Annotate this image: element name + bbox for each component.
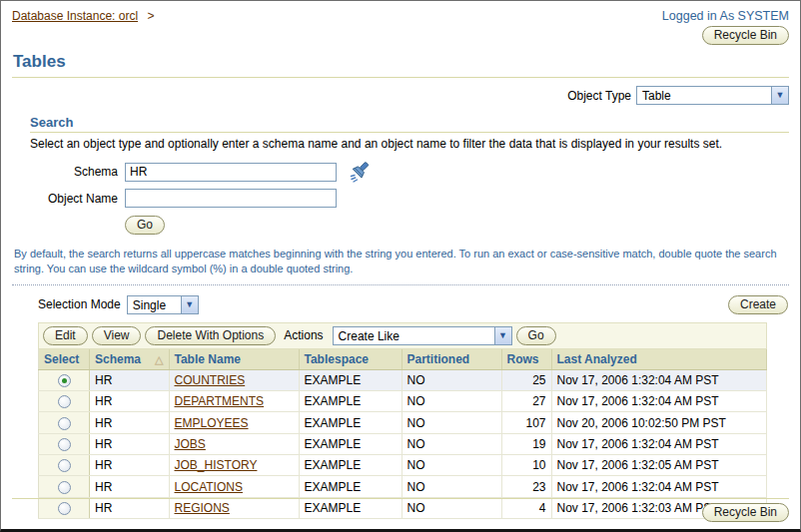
table-row: HRJOBSEXAMPLENO19Nov 17, 2006 1:32:04 AM… bbox=[39, 433, 767, 454]
footer-rule bbox=[12, 498, 789, 499]
table-name-link[interactable]: LOCATIONS bbox=[175, 480, 243, 494]
header-last-analyzed[interactable]: Last Analyzed bbox=[551, 349, 767, 370]
row-select-radio[interactable] bbox=[58, 395, 71, 408]
rows-cell: 23 bbox=[501, 476, 551, 497]
recycle-bin-button-bottom[interactable]: Recycle Bin bbox=[702, 503, 789, 522]
table-name-link[interactable]: COUNTRIES bbox=[175, 373, 246, 387]
actions-go-button[interactable]: Go bbox=[516, 326, 556, 345]
partitioned-cell: NO bbox=[401, 455, 501, 476]
header-rows[interactable]: Rows bbox=[501, 349, 551, 370]
rows-cell: 19 bbox=[501, 433, 551, 454]
breadcrumb: Database Instance: orcl > bbox=[12, 9, 154, 23]
selection-mode-label: Selection Mode bbox=[38, 297, 121, 311]
row-select-radio[interactable] bbox=[58, 481, 71, 494]
title-rule bbox=[12, 77, 789, 78]
edit-button[interactable]: Edit bbox=[43, 326, 88, 345]
schema-cell: HR bbox=[90, 433, 170, 454]
footer: Recycle Bin bbox=[12, 498, 789, 522]
tablespace-cell: EXAMPLE bbox=[299, 369, 401, 390]
last-analyzed-cell: Nov 17, 2006 1:32:05 AM PST bbox=[551, 455, 767, 476]
object-type-row: Object Type Table ▼ bbox=[12, 86, 789, 105]
schema-label: Schema bbox=[30, 165, 118, 179]
header-select: Select bbox=[39, 349, 90, 370]
header-table-name[interactable]: Table Name bbox=[169, 349, 299, 370]
object-type-value: Table bbox=[637, 87, 771, 104]
last-analyzed-cell: Nov 17, 2006 1:32:04 AM PST bbox=[551, 391, 767, 412]
schema-cell: HR bbox=[90, 476, 170, 497]
rows-cell: 10 bbox=[501, 455, 551, 476]
partitioned-cell: NO bbox=[401, 391, 501, 412]
table-name-link[interactable]: DEPARTMENTS bbox=[175, 394, 265, 408]
object-type-label: Object Type bbox=[567, 89, 631, 103]
row-select-radio[interactable] bbox=[58, 459, 71, 472]
chevron-down-icon: ▼ bbox=[771, 87, 788, 104]
header-tablespace[interactable]: Tablespace bbox=[299, 349, 401, 370]
create-button[interactable]: Create bbox=[728, 295, 788, 314]
table-row: HRCOUNTRIESEXAMPLENO25Nov 17, 2006 1:32:… bbox=[39, 369, 767, 390]
sort-ascending-icon: △ bbox=[155, 353, 163, 365]
tablespace-cell: EXAMPLE bbox=[299, 391, 401, 412]
table-name-link[interactable]: JOB_HISTORY bbox=[175, 458, 258, 472]
last-analyzed-cell: Nov 20, 2006 10:02:50 PM PST bbox=[551, 412, 767, 433]
header-schema[interactable]: Schema△ bbox=[90, 349, 170, 370]
object-name-input[interactable] bbox=[125, 189, 337, 208]
search-title: Search bbox=[30, 115, 789, 130]
view-button[interactable]: View bbox=[92, 326, 142, 345]
row-select-radio[interactable] bbox=[58, 417, 71, 430]
object-type-select[interactable]: Table ▼ bbox=[636, 86, 789, 105]
schema-input[interactable] bbox=[125, 163, 337, 182]
results-table: Select Schema△ Table Name Tablespace Par… bbox=[38, 349, 767, 519]
top-bar: Database Instance: orcl > Logged in As S… bbox=[12, 9, 789, 23]
table-name-cell: JOBS bbox=[169, 433, 299, 454]
row-select-radio[interactable] bbox=[58, 438, 71, 451]
logged-in-as: Logged in As SYSTEM bbox=[662, 9, 789, 23]
actions-label: Actions bbox=[284, 328, 323, 342]
breadcrumb-link-database-instance[interactable]: Database Instance: orcl bbox=[12, 9, 138, 23]
flashlight-search-icon[interactable] bbox=[349, 160, 373, 184]
table-name-link[interactable]: JOBS bbox=[175, 437, 206, 451]
search-description: Select an object type and optionally ent… bbox=[30, 137, 789, 151]
tablespace-cell: EXAMPLE bbox=[299, 433, 401, 454]
table-header-row: Select Schema△ Table Name Tablespace Par… bbox=[39, 349, 767, 370]
search-go-button[interactable]: Go bbox=[125, 216, 165, 235]
selection-mode-select[interactable]: Single ▼ bbox=[127, 295, 199, 314]
row-select-radio[interactable] bbox=[58, 374, 71, 387]
tablespace-cell: EXAMPLE bbox=[299, 455, 401, 476]
object-name-row: Object Name bbox=[30, 189, 789, 208]
table-row: HRLOCATIONSEXAMPLENO23Nov 17, 2006 1:32:… bbox=[39, 476, 767, 497]
header-partitioned[interactable]: Partitioned bbox=[401, 349, 501, 370]
schema-row: Schema bbox=[30, 160, 789, 184]
schema-cell: HR bbox=[90, 412, 170, 433]
table-row: HREMPLOYEESEXAMPLENO107Nov 20, 2006 10:0… bbox=[39, 412, 767, 433]
window: Database Instance: orcl > Logged in As S… bbox=[0, 0, 801, 532]
selection-mode-value: Single bbox=[128, 296, 181, 313]
recycle-bin-button-top[interactable]: Recycle Bin bbox=[702, 26, 789, 45]
page-title: Tables bbox=[13, 52, 789, 72]
tablespace-cell: EXAMPLE bbox=[299, 476, 401, 497]
table-name-cell: JOB_HISTORY bbox=[169, 455, 299, 476]
partitioned-cell: NO bbox=[401, 433, 501, 454]
search-rule bbox=[30, 132, 789, 133]
select-cell bbox=[39, 433, 90, 454]
tablespace-cell: EXAMPLE bbox=[299, 412, 401, 433]
last-analyzed-cell: Nov 17, 2006 1:32:04 AM PST bbox=[551, 369, 767, 390]
rows-cell: 107 bbox=[501, 412, 551, 433]
last-analyzed-cell: Nov 17, 2006 1:32:04 AM PST bbox=[551, 476, 767, 497]
schema-cell: HR bbox=[90, 455, 170, 476]
delete-with-options-button[interactable]: Delete With Options bbox=[145, 326, 276, 345]
results-tbody: HRCOUNTRIESEXAMPLENO25Nov 17, 2006 1:32:… bbox=[39, 369, 767, 518]
partitioned-cell: NO bbox=[401, 369, 501, 390]
chevron-down-icon: ▼ bbox=[494, 327, 511, 344]
table-name-cell: EMPLOYEES bbox=[169, 412, 299, 433]
select-cell bbox=[39, 391, 90, 412]
search-hint: By default, the search returns all upper… bbox=[14, 247, 787, 277]
search-section: Search Select an object type and optiona… bbox=[30, 115, 789, 235]
selection-mode-row: Selection Mode Single ▼ Create bbox=[38, 295, 788, 314]
table-name-link[interactable]: EMPLOYEES bbox=[175, 416, 249, 430]
table-row: HRDEPARTMENTSEXAMPLENO27Nov 17, 2006 1:3… bbox=[39, 391, 767, 412]
schema-cell: HR bbox=[90, 391, 170, 412]
partitioned-cell: NO bbox=[401, 412, 501, 433]
select-cell bbox=[39, 412, 90, 433]
actions-select[interactable]: Create Like ▼ bbox=[333, 326, 512, 345]
table-name-cell: COUNTRIES bbox=[169, 369, 299, 390]
